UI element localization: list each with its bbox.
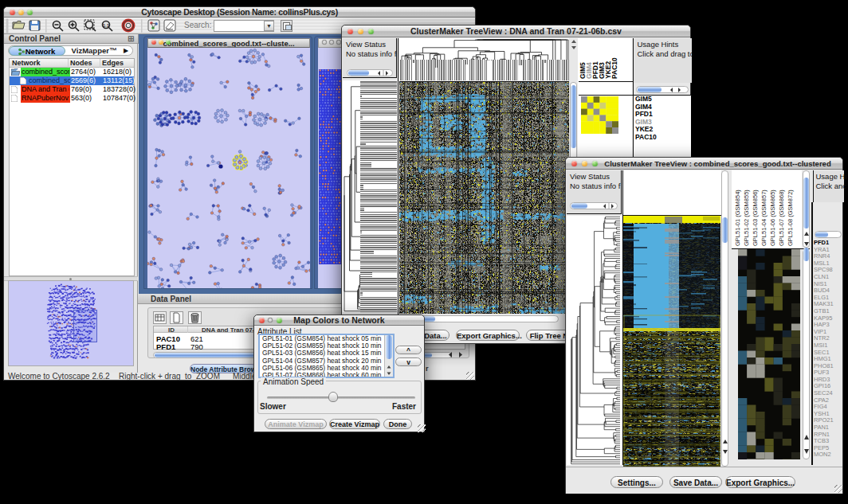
svg-text:GPL51-06 (GSM865): GPL51-06 (GSM865) — [769, 189, 776, 246]
svg-text:Search:: Search: — [184, 21, 211, 29]
svg-text:GPL51-01 (GSM854): GPL51-01 (GSM854) — [734, 189, 741, 246]
svg-text:GPL51-03 (GSM856): GPL51-03 (GSM856) — [752, 189, 759, 246]
svg-text:1:1: 1:1 — [103, 23, 109, 28]
svg-text:GPL51-02 (GSM855): GPL51-02 (GSM855) — [743, 189, 750, 246]
svg-text:GPL51-04 (GSM857): GPL51-04 (GSM857) — [760, 189, 768, 246]
svg-text:GPL51-07 (GSM868): GPL51-07 (GSM868) — [778, 189, 785, 246]
svg-text:GPL51-08 (GSM872): GPL51-08 (GSM872) — [787, 189, 794, 246]
svg-text:PAC10: PAC10 — [610, 57, 618, 79]
